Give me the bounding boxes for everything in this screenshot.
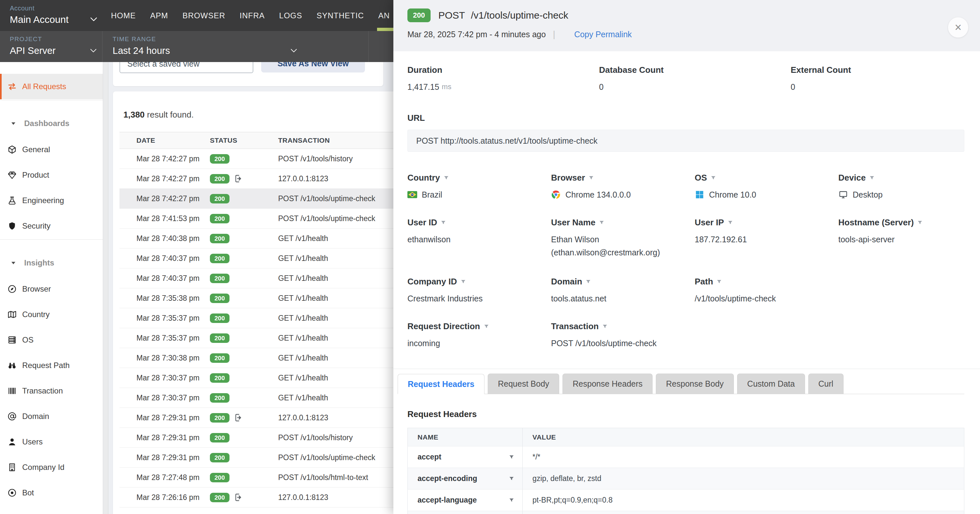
nav-item-home[interactable]: HOME	[111, 11, 136, 20]
brazil-flag-icon	[407, 190, 417, 199]
filter-icon[interactable]	[585, 279, 591, 285]
sidebar-item-os[interactable]: OS	[0, 327, 103, 353]
column-header-name: NAME	[408, 428, 523, 446]
chevron-down-icon[interactable]	[89, 14, 99, 24]
sidebar-item-transaction[interactable]: Transaction	[0, 378, 103, 404]
field-label: Transaction	[551, 321, 695, 331]
sidebar-scrollbar[interactable]	[103, 62, 108, 514]
table-row[interactable]: Mar 28 7:42:27 pm200127.0.0.1:8123	[119, 169, 404, 189]
sidebar-item-general[interactable]: General	[0, 137, 103, 162]
detail-title-row: 200 POST /v1/tools/uptime-check	[407, 8, 964, 22]
tab-response-body[interactable]: Response Body	[656, 374, 734, 394]
sidebar-item-domain[interactable]: Domain	[0, 404, 103, 429]
nav-item-infra[interactable]: INFRA	[240, 11, 265, 20]
filter-icon[interactable]	[460, 279, 466, 285]
tab-custom-data[interactable]: Custom Data	[737, 374, 805, 394]
sidebar-item-country[interactable]: Country	[0, 302, 103, 327]
filter-icon[interactable]	[509, 497, 514, 503]
filter-icon[interactable]	[602, 324, 608, 329]
sidebar-item-request-path[interactable]: Request Path	[0, 353, 103, 378]
tab-response-headers[interactable]: Response Headers	[562, 374, 652, 394]
sidebar: All RequestsDashboardsGeneralProductEngi…	[0, 62, 103, 514]
filter-icon[interactable]	[716, 279, 722, 285]
header-row: accept*/*	[408, 446, 964, 468]
stat-label: External Count	[791, 65, 964, 75]
nav-item-an[interactable]: AN	[379, 11, 390, 20]
chevron-down-icon[interactable]	[89, 46, 98, 55]
table-row[interactable]: Mar 28 7:42:27 pm200POST /v1/tools/uptim…	[119, 189, 404, 208]
table-row[interactable]: Mar 28 7:41:53 pm200POST /v1/tools/uptim…	[119, 208, 404, 229]
sidebar-item-engineering[interactable]: Engineering	[0, 188, 103, 213]
table-row[interactable]: Mar 28 7:30:37 pm200GET /v1/health	[119, 368, 404, 388]
header-name-cell: accept	[408, 446, 523, 468]
sidebar-section-insights[interactable]: Insights	[0, 255, 103, 271]
status-badge: 200	[210, 473, 229, 482]
project-selector[interactable]: PROJECT API Server	[10, 36, 56, 56]
tab-request-body[interactable]: Request Body	[488, 374, 559, 394]
copy-permalink-link[interactable]: Copy Permalink	[562, 30, 632, 39]
close-panel-button[interactable]: ×	[948, 17, 968, 38]
table-row[interactable]: Mar 28 7:26:16 pm200127.0.0.1:8123	[119, 487, 404, 508]
tab-curl[interactable]: Curl	[808, 374, 843, 394]
filter-icon[interactable]	[917, 220, 923, 226]
table-row[interactable]: Mar 28 7:40:38 pm200GET /v1/health	[119, 229, 404, 248]
filter-icon[interactable]	[710, 175, 716, 181]
table-row[interactable]: Mar 28 7:29:31 pm200127.0.0.1:8123	[119, 408, 404, 428]
table-row[interactable]: Mar 28 7:35:37 pm200GET /v1/health	[119, 328, 404, 348]
filter-icon[interactable]	[599, 220, 605, 226]
signout-icon	[234, 412, 244, 423]
detail-tabs: Request HeadersRequest BodyResponse Head…	[398, 374, 964, 394]
nav-item-logs[interactable]: LOGS	[279, 11, 302, 20]
field-user-name: User NameEthan Wilson (ethan.wilson@cres…	[551, 218, 695, 259]
nav-item-browser[interactable]: BROWSER	[183, 11, 225, 20]
row-transaction: GET /v1/health	[278, 393, 404, 402]
field-label-text: Company ID	[407, 277, 457, 287]
user-icon	[7, 437, 17, 447]
table-row[interactable]: Mar 28 7:27:48 pm200POST /v1/tools/html-…	[119, 468, 404, 487]
filter-icon[interactable]	[509, 476, 514, 482]
field-value-text: Desktop	[853, 188, 883, 201]
sidebar-item-bot[interactable]: Bot	[0, 480, 103, 506]
sidebar-item-users[interactable]: Users	[0, 429, 103, 455]
filter-icon[interactable]	[869, 175, 875, 181]
detail-fields-row: User IDethanwilsonUser NameEthan Wilson …	[407, 218, 964, 259]
sidebar-item-label: Company Id	[22, 463, 64, 472]
table-row[interactable]: Mar 28 7:40:37 pm200GET /v1/health	[119, 269, 404, 288]
caret-down-icon	[10, 259, 17, 266]
table-row[interactable]: Mar 28 7:35:37 pm200GET /v1/health	[119, 308, 404, 328]
nav-item-synthetic[interactable]: SYNTHETIC	[317, 11, 364, 20]
timerange-selector[interactable]: TIME RANGE Last 24 hours	[113, 36, 170, 56]
table-row[interactable]: Mar 28 7:40:37 pm200GET /v1/health	[119, 248, 404, 269]
filter-icon[interactable]	[588, 175, 594, 181]
sidebar-section-dashboards[interactable]: Dashboards	[0, 115, 103, 132]
field-label: Country	[407, 173, 551, 183]
filter-icon[interactable]	[509, 454, 514, 460]
sidebar-item-browser[interactable]: Browser	[0, 276, 103, 302]
sidebar-item-company-id[interactable]: Company Id	[0, 455, 103, 480]
account-switcher[interactable]: Account Main Account	[10, 5, 68, 25]
sidebar-item-security[interactable]: Security	[0, 213, 103, 239]
table-row[interactable]: Mar 28 7:30:37 pm200GET /v1/health	[119, 388, 404, 408]
nav-item-apm[interactable]: APM	[150, 11, 168, 20]
table-row[interactable]: Mar 28 7:35:38 pm200GET /v1/health	[119, 288, 404, 308]
chevron-down-icon[interactable]	[289, 46, 298, 55]
filter-icon[interactable]	[727, 220, 733, 226]
filter-icon[interactable]	[484, 324, 489, 329]
detail-path: /v1/tools/uptime-check	[471, 10, 568, 21]
row-date: Mar 28 7:42:27 pm	[119, 174, 210, 183]
filter-icon[interactable]	[443, 175, 449, 181]
table-row[interactable]: Mar 28 7:29:31 pm200POST /v1/tools/uptim…	[119, 448, 404, 468]
sidebar-item-product[interactable]: Product	[0, 162, 103, 188]
row-status: 200	[210, 433, 278, 442]
row-status: 200	[210, 353, 278, 363]
sidebar-item-label: Browser	[22, 285, 51, 294]
tab-request-headers[interactable]: Request Headers	[398, 374, 484, 394]
field-domain: Domaintools.atatus.net	[551, 277, 695, 305]
column-header-value: VALUE	[523, 428, 964, 446]
sidebar-item-all-requests[interactable]: All Requests	[0, 74, 103, 99]
table-row[interactable]: Mar 28 7:30:38 pm200GET /v1/health	[119, 348, 404, 368]
table-row[interactable]: Mar 28 7:29:31 pm200POST /v1/tools/histo…	[119, 428, 404, 448]
table-row[interactable]: Mar 28 7:42:27 pm200POST /v1/tools/histo…	[119, 149, 404, 169]
row-status: 200	[210, 274, 278, 283]
filter-icon[interactable]	[441, 220, 446, 226]
